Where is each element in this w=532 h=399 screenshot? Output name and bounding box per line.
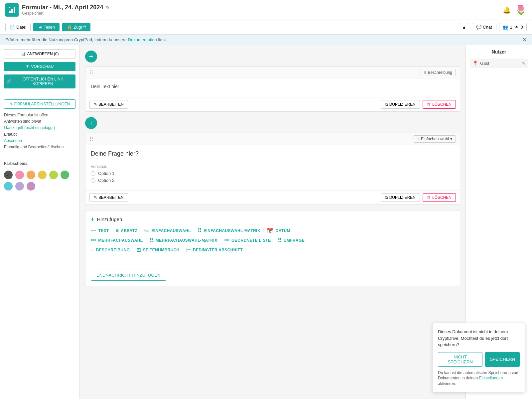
chat-button[interactable]: 💬 Chat [472, 23, 496, 31]
documentation-link[interactable]: Dokumentation [128, 37, 157, 42]
color-swatch-lavender[interactable] [15, 182, 24, 191]
drag-handle-icon[interactable]: ⠿ [89, 69, 93, 76]
settings-link[interactable]: Einstellungen [479, 376, 503, 380]
add-umfrage-button[interactable]: ⠿ UMFRAGE [278, 237, 305, 243]
block-2-delete-button[interactable]: 🗑 LÖSCHEN [423, 193, 456, 202]
eye-preview-icon: 👁 [26, 64, 30, 69]
block-1-duplicate-button[interactable]: ⧉ DUPLIZIEREN [381, 100, 420, 109]
add-einfach-button[interactable]: ≔ EINFACHAUSWAHL [144, 227, 191, 234]
add-section-text: Hinzufügen [97, 216, 122, 222]
sidebar: 📊 ANTWORTEN (0) 👁 VORSCHAU 🔗 ÖFFENTLICHE… [0, 45, 80, 399]
color-swatch-pink[interactable] [15, 171, 24, 179]
radio-circle-1 [91, 171, 95, 176]
settings-line1: Dieses Formular ist offen [4, 112, 75, 118]
block-1-delete-button[interactable]: 🗑 LÖSCHEN [423, 100, 456, 109]
preview-button[interactable]: 👁 VORSCHAU [4, 62, 75, 71]
answers-button[interactable]: 📊 ANTWORTEN (0) [4, 49, 75, 59]
copy-2-icon: ⧉ [385, 195, 388, 200]
share-button[interactable]: ◄ Teilen [33, 23, 60, 31]
file-icon: 📄 [10, 25, 15, 30]
save-label: SPEICHERN [490, 357, 515, 362]
color-swatch-green[interactable] [61, 171, 69, 179]
tulip-icon: 🌷 [515, 4, 527, 15]
end-message-button[interactable]: ENDNACHRICHT HINZUFÜGEN [91, 270, 166, 281]
users-button[interactable]: 👥 1 👁 0 [499, 23, 527, 31]
add-mehrfach-matrix-label: MEHRFACHAUSWAHL-MATRIX [156, 238, 217, 243]
color-swatch-orange[interactable] [27, 171, 35, 179]
option-2-label: Option 2 [98, 178, 114, 183]
option-1-label: Option 1 [98, 171, 114, 176]
duplicate-2-label: DUPLIZIEREN [389, 195, 416, 200]
not-save-label: NICHT SPEICHERN [448, 354, 473, 364]
block-2-edit-button[interactable]: ✎ BEARBEITEN [89, 193, 128, 202]
mehrfach-matrix-icon: ⠿ [149, 237, 153, 243]
eye-count: 0 [521, 25, 523, 30]
user-edit-button[interactable]: ✎ [522, 61, 525, 66]
color-scheme-label: Farbschema [4, 161, 75, 166]
arrow-up-icon: ▲ [462, 25, 466, 30]
add-beschreibung-button[interactable]: ≡ BESCHREIBUNG [91, 247, 130, 253]
save-button[interactable]: SPEICHERN [485, 352, 520, 367]
color-swatch-purple[interactable] [27, 182, 35, 191]
info-after: liest. [157, 37, 167, 42]
copy-link-label: ÖFFENTLICHEN LINK KOPIEREN [13, 77, 73, 86]
form-block-2-body: Deine Frage hier? Vorschau Option 1 Opti… [85, 145, 460, 190]
add-section-title: + Hinzufügen [91, 216, 455, 223]
block-2-duplicate-button[interactable]: ⧉ DUPLIZIEREN [381, 193, 420, 202]
color-swatch-dark[interactable]: ✓ [4, 171, 13, 179]
toolbar-left: 📄 Datei ◄ Teilen 🔒 Zugriff [5, 23, 90, 31]
add-mehrfach-matrix-button[interactable]: ⠿ MEHRFACHAUSWAHL-MATRIX [149, 237, 217, 243]
toolbar: 📄 Datei ◄ Teilen 🔒 Zugriff ▲ 💬 Chat 👥 1 … [0, 20, 532, 35]
settings-icon: ✎ [10, 102, 13, 106]
add-seitenumbruch-button[interactable]: ⊡ SEITENUMBRUCH [136, 247, 179, 253]
add-geordnete-button[interactable]: ≔ GEORDNETE LISTE [224, 237, 271, 243]
header-right: 🔔 🌷 [503, 4, 527, 15]
add-text-button[interactable]: — TEXT [91, 227, 109, 234]
app-icon [5, 3, 19, 17]
end-message-label: ENDNACHRICHT HINZUFÜGEN [96, 273, 161, 278]
bedingter-icon: ⊢ [186, 247, 191, 253]
form-block-1-body: Dein Text hier [85, 78, 460, 97]
title-text: Formular - Mi., 24. April 2024 [22, 4, 103, 11]
add-beschreibung-label: BESCHREIBUNG [96, 248, 130, 252]
chat-bubble-icon: 💬 [476, 25, 481, 30]
add-bedingter-button[interactable]: ⊢ BEDINGTER ABSCHNITT [186, 247, 243, 253]
add-einfach-matrix-button[interactable]: ⠿ EINFACHAUSWAHL-MATRIX [198, 227, 260, 234]
form-block-2: ⠿ ≡ Einfachauswahl ▾ Deine Frage hier? V… [85, 133, 460, 205]
user-name-label: Gast [480, 61, 489, 66]
notification-bell-icon[interactable]: 🔔 [503, 6, 511, 14]
color-swatch-cyan[interactable] [4, 182, 13, 191]
save-dialog-buttons: NICHT SPEICHERN SPEICHERN [438, 352, 520, 367]
file-button[interactable]: 📄 Datei [5, 23, 31, 31]
add-mehrfach-button[interactable]: ≔ MEHRFACHAUSWAHL [91, 237, 143, 243]
copy-link-button[interactable]: 🔗 ÖFFENTLICHEN LINK KOPIEREN [4, 74, 75, 88]
color-swatch-yellow[interactable] [38, 171, 47, 179]
block-2-actions: ⧉ DUPLIZIEREN 🗑 LÖSCHEN [381, 193, 456, 202]
geordnete-icon: ≔ [224, 237, 229, 243]
access-button[interactable]: 🔒 Zugriff [62, 23, 90, 31]
settings-info: Dieses Formular ist offen Antworten sind… [4, 112, 75, 150]
not-save-button[interactable]: NICHT SPEICHERN [438, 352, 482, 367]
add-block-button-1[interactable]: + [85, 51, 97, 63]
header-title-block: Formular - Mi., 24. April 2024 ✎ Gespeic… [22, 4, 110, 16]
header: Formular - Mi., 24. April 2024 ✎ Gespeic… [0, 0, 532, 20]
block-1-edit-button[interactable]: ✎ BEARBEITEN [89, 100, 128, 109]
pencil-2-icon: ✎ [94, 195, 97, 200]
color-swatch-lime[interactable] [49, 171, 58, 179]
info-bar-close-button[interactable]: ✕ [522, 37, 527, 43]
form-block-1-header: ⠿ ≡ Beschreibung [85, 67, 460, 78]
collapse-button[interactable]: ▲ [459, 23, 469, 31]
edit-title-button[interactable]: ✎ [106, 5, 110, 10]
add-block-button-2[interactable]: + [85, 117, 97, 129]
beschreibung-icon: ≡ [91, 247, 94, 253]
form-settings-button[interactable]: ✎ FORMULAREINSTELLUNGEN [4, 99, 75, 109]
add-elements-row-3: ≡ BESCHREIBUNG ⊡ SEITENUMBRUCH ⊢ BEDINGT… [91, 247, 455, 253]
block-type-button-1[interactable]: ≡ Beschreibung [421, 69, 456, 76]
drag-handle-2-icon[interactable]: ⠿ [89, 136, 93, 142]
add-datum-button[interactable]: 📅 DATUM [267, 227, 290, 234]
saved-status: Gespeichert [22, 11, 110, 16]
svg-rect-2 [14, 7, 15, 13]
block-type-button-2[interactable]: ≡ Einfachauswahl ▾ [414, 135, 456, 143]
question-text: Deine Frage hier? [91, 150, 455, 160]
add-absatz-button[interactable]: ≡ ABSATZ [115, 227, 137, 234]
